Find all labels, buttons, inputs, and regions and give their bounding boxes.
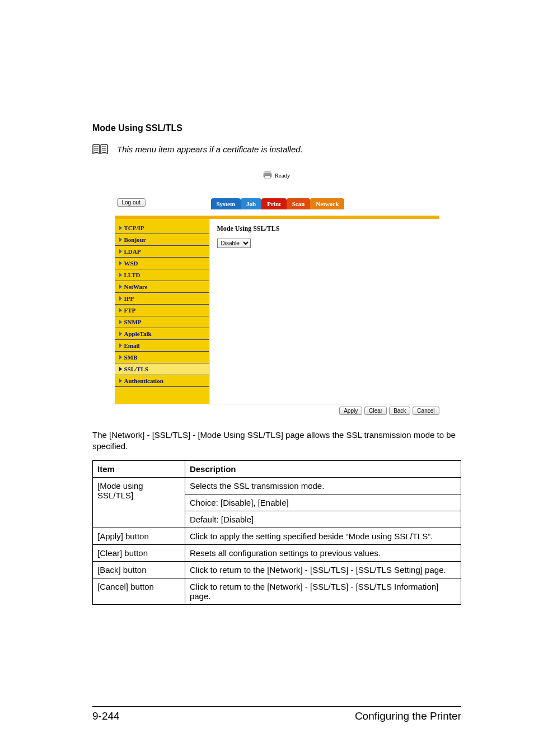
table-cell-item: [Cancel] button xyxy=(93,578,185,604)
mode-ssl-dropdown[interactable]: Disable xyxy=(217,239,251,248)
table-row: [Cancel] button Click to return to the [… xyxy=(93,578,461,604)
table-header-item: Item xyxy=(93,460,185,477)
sidebar-item-label: SNMP xyxy=(124,319,142,325)
body-paragraph: The [Network] - [SSL/TLS] - [Mode Using … xyxy=(92,430,461,452)
sidebar-item-lltd[interactable]: LLTD xyxy=(115,269,209,281)
sidebar-item-label: AppleTalk xyxy=(124,330,152,337)
table-cell-desc: Resets all configuration settings to pre… xyxy=(185,544,461,561)
sidebar-item-label: SMB xyxy=(124,354,138,361)
sidebar-item-label: NetWare xyxy=(124,283,148,290)
page-section-title: Configuring the Printer xyxy=(355,710,461,722)
caret-icon xyxy=(119,296,122,301)
book-icon xyxy=(92,143,108,155)
table-cell-desc: Click to return to the [Network] - [SSL/… xyxy=(185,578,461,604)
logout-button[interactable]: Log out xyxy=(117,198,146,207)
table-cell-desc: Choice: [Disable], [Enable] xyxy=(185,494,461,511)
back-button[interactable]: Back xyxy=(389,407,410,415)
table-cell-desc: Click to return to the [Network] - [SSL/… xyxy=(185,561,461,578)
sidebar-item-ftp[interactable]: FTP xyxy=(115,305,209,316)
sidebar-item-label: LLTD xyxy=(124,272,140,278)
sidebar-item-ldap[interactable]: LDAP xyxy=(115,246,209,258)
caret-icon xyxy=(119,379,122,383)
sidebar-item-ipp[interactable]: IPP xyxy=(115,293,209,305)
sidebar-item-label: LDAP xyxy=(124,248,141,255)
sidebar-item-label: FTP xyxy=(124,307,136,314)
table-cell-item: [Apply] button xyxy=(93,528,185,544)
main-panel: Mode Using SSL/TLS Disable xyxy=(209,219,439,404)
svg-rect-2 xyxy=(265,176,270,179)
table-row: [Apply] button Click to apply the settin… xyxy=(93,528,461,544)
sidebar: TCP/IP Bonjour LDAP WSD LLTD NetWare IPP… xyxy=(115,219,209,404)
caret-icon xyxy=(119,226,122,230)
sidebar-item-smb[interactable]: SMB xyxy=(115,352,209,363)
caret-icon xyxy=(119,308,122,312)
sidebar-item-ssltls[interactable]: SSL/TLS xyxy=(115,363,209,375)
sidebar-item-appletalk[interactable]: AppleTalk xyxy=(115,328,209,340)
cancel-button[interactable]: Cancel xyxy=(413,407,439,415)
table-header-description: Description xyxy=(185,460,461,477)
note-text: This menu item appears if a certificate … xyxy=(117,144,303,154)
apply-button[interactable]: Apply xyxy=(339,407,362,415)
table-cell-item: [Back] button xyxy=(93,561,185,578)
table-row: [Clear] button Resets all configuration … xyxy=(93,544,461,561)
table-cell-item: [Mode using SSL/TLS] xyxy=(93,477,185,528)
main-panel-title: Mode Using SSL/TLS xyxy=(217,225,432,233)
table-cell-desc: Default: [Disable] xyxy=(185,511,461,528)
tab-network[interactable]: Network xyxy=(310,198,344,209)
caret-icon xyxy=(119,261,122,265)
sidebar-item-snmp[interactable]: SNMP xyxy=(115,316,209,328)
caret-icon xyxy=(119,237,122,242)
caret-icon xyxy=(119,284,122,289)
page-number: 9-244 xyxy=(92,710,120,722)
page-footer: 9-244 Configuring the Printer xyxy=(92,706,461,722)
sidebar-item-label: SSL/TLS xyxy=(124,366,148,372)
table-cell-desc: Selects the SSL transmission mode. xyxy=(185,477,461,494)
sidebar-item-label: IPP xyxy=(124,295,134,302)
caret-icon xyxy=(119,355,122,360)
sidebar-item-label: Bonjour xyxy=(124,236,146,243)
tab-bar: System Job Print Scan Network xyxy=(211,198,345,209)
footer-rule xyxy=(92,706,461,707)
note-row: This menu item appears if a certificate … xyxy=(92,143,461,155)
description-table: Item Description [Mode using SSL/TLS] Se… xyxy=(92,460,461,605)
caret-icon xyxy=(119,320,122,324)
status-text: Ready xyxy=(274,172,290,179)
tab-print[interactable]: Print xyxy=(261,198,286,209)
clear-button[interactable]: Clear xyxy=(364,407,387,415)
table-row: [Mode using SSL/TLS] Selects the SSL tra… xyxy=(93,477,461,494)
table-cell-desc: Click to apply the setting specified bes… xyxy=(185,528,461,544)
caret-icon xyxy=(119,332,122,336)
sidebar-item-tcpip[interactable]: TCP/IP xyxy=(115,222,209,234)
caret-icon xyxy=(119,367,122,371)
tab-job[interactable]: Job xyxy=(241,198,261,209)
table-row: [Back] button Click to return to the [Ne… xyxy=(93,561,461,578)
sidebar-item-label: WSD xyxy=(124,260,138,267)
sidebar-item-wsd[interactable]: WSD xyxy=(115,258,209,269)
svg-point-3 xyxy=(270,174,271,175)
tab-scan[interactable]: Scan xyxy=(287,198,311,209)
sidebar-item-netware[interactable]: NetWare xyxy=(115,281,209,293)
table-cell-item: [Clear] button xyxy=(93,544,185,561)
sidebar-item-label: TCP/IP xyxy=(124,225,144,231)
action-button-row: Apply Clear Back Cancel xyxy=(115,404,439,415)
tab-system[interactable]: System xyxy=(211,198,241,209)
svg-rect-0 xyxy=(265,171,270,174)
embedded-screenshot: Ready Log out System Job Print Scan Netw… xyxy=(115,168,439,415)
caret-icon xyxy=(119,249,122,254)
printer-icon xyxy=(263,171,272,179)
sidebar-item-email[interactable]: Email xyxy=(115,340,209,352)
caret-icon xyxy=(119,343,122,348)
sidebar-item-bonjour[interactable]: Bonjour xyxy=(115,234,209,246)
status-bar: Ready xyxy=(115,168,439,198)
sidebar-item-authentication[interactable]: Authentication xyxy=(115,375,209,387)
caret-icon xyxy=(119,273,122,277)
sidebar-item-label: Authentication xyxy=(124,377,163,384)
sidebar-item-label: Email xyxy=(124,342,140,349)
section-heading: Mode Using SSL/TLS xyxy=(92,123,461,133)
